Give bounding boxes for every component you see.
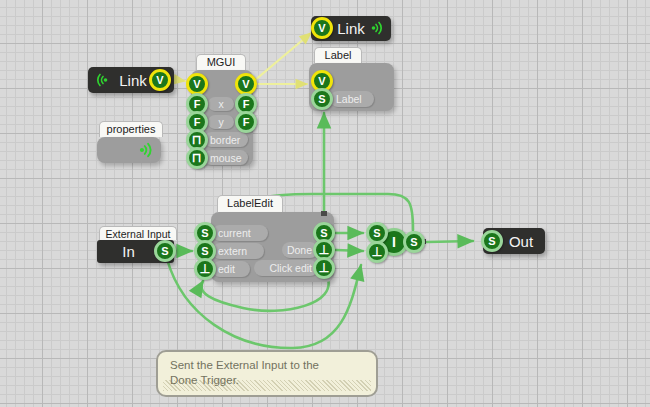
wire-done-to-i-trigger[interactable] [336, 250, 363, 251]
port-glyph: F [194, 99, 201, 110]
port-glyph: ⊥ [319, 262, 330, 275]
node-title: MGUI [207, 56, 236, 68]
node-title: properties [107, 123, 156, 135]
node-label: Link [119, 72, 147, 89]
port-glyph: S [318, 94, 325, 105]
node-label: Out [509, 233, 533, 250]
port-s-in-out[interactable]: S [481, 230, 503, 252]
port-glyph: S [201, 228, 208, 239]
port-s-out-in[interactable]: S [154, 240, 176, 262]
pin-label-mouse: mouse [204, 150, 248, 165]
wireless-send-icon [138, 141, 156, 159]
port-trigger-in-edit[interactable]: ⊥ [194, 258, 216, 280]
comment-hatch-texture [163, 380, 371, 391]
node-label: In [122, 243, 135, 260]
node-external-input-title-tab[interactable]: External Input [99, 226, 177, 240]
port-glyph: S [488, 236, 495, 247]
pin-label-extern: extern [212, 243, 264, 259]
port-v-in-link-top[interactable]: V [311, 17, 333, 39]
port-glyph: ⊓ [192, 134, 202, 147]
port-bool-in-mgui-mouse[interactable]: ⊓ [186, 147, 208, 169]
port-glyph: F [243, 99, 250, 110]
wire-mgui-v-to-linktop[interactable] [254, 33, 311, 81]
port-glyph: I [392, 235, 396, 249]
port-glyph: V [318, 23, 325, 34]
node-label-title-tab[interactable]: Label [314, 47, 362, 63]
port-glyph: S [373, 228, 380, 239]
port-glyph: ⊥ [372, 246, 383, 259]
comment-box[interactable]: Sent the External Input to the Done Trig… [156, 350, 378, 397]
node-title: External Input [106, 228, 171, 240]
port-glyph: V [242, 79, 249, 90]
wireless-send-icon [370, 20, 386, 36]
port-glyph: S [320, 228, 327, 239]
wire-i-s-to-out[interactable] [427, 241, 473, 242]
pin-label-click-edit: Click edit [254, 260, 318, 276]
port-v-in-mgui[interactable]: V [186, 73, 208, 95]
port-f-out-mgui-y[interactable]: F [235, 111, 257, 133]
pin-label-border: border [204, 132, 248, 147]
node-properties-title-tab[interactable]: properties [99, 121, 163, 137]
port-glyph: ⊥ [319, 244, 330, 257]
port-glyph: F [243, 117, 250, 128]
patch-canvas[interactable]: Link V Link V MGUI x y border mouse V F … [0, 0, 650, 407]
node-title: Label [325, 49, 352, 61]
pin-label-label: Label [330, 91, 374, 107]
wireless-receive-icon [93, 72, 109, 88]
pin-label-edit: edit [212, 261, 250, 277]
pin-label-y: y [208, 115, 234, 129]
port-v-out-link-left[interactable]: V [149, 69, 171, 91]
port-glyph: S [161, 246, 168, 257]
wire-stub [321, 211, 327, 216]
port-trigger-out-click-edit[interactable]: ⊥ [313, 257, 335, 279]
port-glyph: F [194, 117, 201, 128]
port-v-out-mgui[interactable]: V [235, 73, 257, 95]
pin-label-x: x [208, 97, 234, 111]
port-glyph: V [318, 76, 325, 87]
port-glyph: S [201, 246, 208, 257]
port-trigger-in-i-node[interactable]: ⊥ [366, 241, 388, 263]
node-title: LabelEdit [227, 197, 273, 209]
port-s-out-i-node[interactable]: S [403, 231, 425, 253]
port-glyph: ⊓ [192, 152, 202, 165]
port-glyph: V [156, 75, 163, 86]
port-glyph: ⊥ [200, 263, 211, 276]
port-glyph: V [193, 79, 200, 90]
node-mgui-title-tab[interactable]: MGUI [196, 54, 246, 70]
port-s-in-label[interactable]: S [311, 88, 333, 110]
node-labeledit-title-tab[interactable]: LabelEdit [217, 195, 283, 212]
port-glyph: S [410, 237, 417, 248]
node-label: Link [337, 20, 365, 37]
pin-label-current: current [212, 225, 268, 241]
